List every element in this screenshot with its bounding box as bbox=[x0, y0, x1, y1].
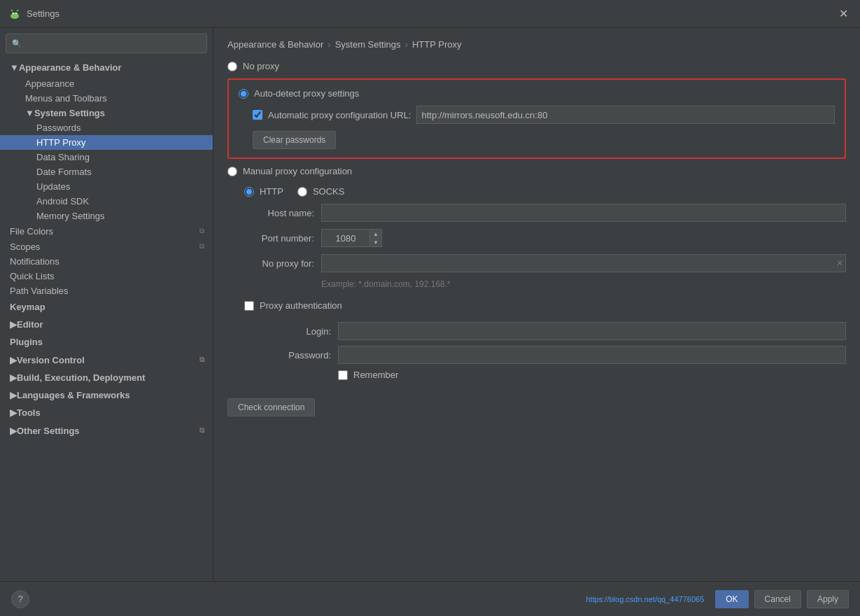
sidebar-item-label: Date Formats bbox=[36, 167, 92, 177]
sidebar-item-label: Scopes bbox=[10, 241, 40, 252]
sidebar-item-other-settings[interactable]: ▶ Other Settings ⧉ bbox=[0, 421, 213, 440]
no-proxy-radio[interactable] bbox=[227, 62, 237, 71]
sidebar-item-keymap[interactable]: Keymap bbox=[0, 298, 213, 316]
auto-proxy-url-checkbox[interactable] bbox=[253, 110, 262, 120]
sidebar-item-menus-toolbars[interactable]: Menus and Toolbars bbox=[0, 91, 213, 106]
ok-button[interactable]: OK bbox=[715, 590, 748, 608]
close-button[interactable]: ✕ bbox=[835, 6, 852, 22]
apply-button[interactable]: Apply bbox=[807, 590, 849, 608]
socks-label: SOCKS bbox=[313, 186, 345, 197]
manual-proxy-radio[interactable] bbox=[227, 167, 237, 176]
proxy-auth-row[interactable]: Proxy authentication bbox=[244, 300, 846, 311]
login-row: Login: bbox=[261, 322, 846, 340]
sidebar-item-appearance-behavior[interactable]: ▼ Appearance & Behavior bbox=[0, 59, 213, 76]
host-name-label: Host name: bbox=[244, 208, 314, 218]
sidebar-item-updates[interactable]: Updates bbox=[0, 179, 213, 194]
login-password-section: Login: Password: Remember bbox=[244, 322, 846, 380]
sidebar-item-label: Keymap bbox=[10, 302, 45, 312]
sidebar-item-notifications[interactable]: Notifications bbox=[0, 254, 213, 269]
clear-passwords-button[interactable]: Clear passwords bbox=[253, 131, 336, 149]
sidebar-item-label: System Settings bbox=[34, 108, 105, 118]
svg-line-4 bbox=[11, 10, 13, 11]
manual-section: HTTP SOCKS Host name: Port bbox=[227, 186, 846, 380]
auto-detect-radio[interactable] bbox=[239, 89, 248, 99]
sidebar-item-label: File Colors bbox=[10, 226, 53, 237]
remember-checkbox[interactable] bbox=[338, 370, 348, 380]
port-input[interactable] bbox=[321, 229, 370, 247]
sidebar-item-label: Notifications bbox=[10, 256, 59, 267]
auto-detect-label: Auto-detect proxy settings bbox=[254, 88, 359, 99]
cancel-button[interactable]: Cancel bbox=[754, 590, 801, 608]
auto-proxy-url-label: Automatic proxy configuration URL: bbox=[268, 110, 411, 120]
sidebar-item-label: Plugins bbox=[10, 337, 43, 347]
sidebar-item-editor[interactable]: ▶ Editor bbox=[0, 316, 213, 333]
no-proxy-clear-button[interactable]: ✕ bbox=[836, 258, 843, 268]
sidebar-item-memory-settings[interactable]: Memory Settings bbox=[0, 209, 213, 223]
example-text: Example: *.domain.com, 192.168.* bbox=[244, 279, 846, 289]
auto-detect-radio-row[interactable]: Auto-detect proxy settings bbox=[239, 88, 835, 99]
proxy-auth-label: Proxy authentication bbox=[260, 300, 342, 311]
sidebar-item-file-colors[interactable]: File Colors ⧉ bbox=[0, 223, 213, 239]
no-proxy-for-input[interactable] bbox=[321, 254, 846, 272]
sidebar-item-http-proxy[interactable]: HTTP Proxy bbox=[0, 135, 213, 150]
sidebar-item-passwords[interactable]: Passwords bbox=[0, 120, 213, 135]
socks-radio[interactable] bbox=[297, 187, 307, 197]
password-input[interactable] bbox=[338, 346, 846, 364]
sidebar-item-label: Memory Settings bbox=[36, 211, 105, 221]
sidebar-item-android-sdk[interactable]: Android SDK bbox=[0, 194, 213, 209]
http-radio[interactable] bbox=[244, 187, 254, 197]
http-radio-row[interactable]: HTTP bbox=[244, 186, 283, 197]
breadcrumb: Appearance & Behavior › System Settings … bbox=[227, 39, 846, 50]
auto-proxy-url-input[interactable] bbox=[416, 106, 835, 124]
sidebar-item-label: Data Sharing bbox=[36, 152, 90, 162]
sidebar-item-label: Tools bbox=[17, 407, 41, 418]
no-proxy-radio-row[interactable]: No proxy bbox=[227, 61, 846, 71]
sidebar-item-build-execution[interactable]: ▶ Build, Execution, Deployment bbox=[0, 369, 213, 386]
host-name-input[interactable] bbox=[321, 204, 846, 222]
host-name-row: Host name: bbox=[244, 204, 846, 222]
copy-icon: ⧉ bbox=[196, 425, 207, 436]
check-connection-button[interactable]: Check connection bbox=[227, 398, 315, 416]
expand-arrow: ▶ bbox=[10, 426, 17, 436]
window-title: Settings bbox=[27, 8, 835, 19]
proxy-auth-checkbox[interactable] bbox=[244, 301, 254, 311]
sidebar-item-version-control[interactable]: ▶ Version Control ⧉ bbox=[0, 351, 213, 369]
url-link[interactable]: https://blog.csdn.net/qq_44776065 bbox=[586, 595, 704, 603]
expand-arrow: ▶ bbox=[10, 319, 17, 330]
search-box[interactable]: 🔍 bbox=[6, 34, 207, 53]
copy-icon: ⧉ bbox=[196, 225, 207, 237]
expand-arrow: ▼ bbox=[10, 62, 19, 73]
sidebar-item-appearance[interactable]: Appearance bbox=[0, 76, 213, 91]
port-spin-up[interactable]: ▲ bbox=[370, 230, 381, 238]
sidebar-item-plugins[interactable]: Plugins bbox=[0, 333, 213, 351]
password-label: Password: bbox=[261, 350, 331, 360]
login-input[interactable] bbox=[338, 322, 846, 340]
sidebar-item-label: Path Variables bbox=[10, 286, 69, 296]
expand-arrow: ▼ bbox=[25, 108, 34, 118]
sidebar-item-system-settings[interactable]: ▼ System Settings bbox=[0, 106, 213, 120]
sidebar-item-label: HTTP Proxy bbox=[36, 137, 86, 148]
copy-icon: ⧉ bbox=[196, 241, 207, 252]
sidebar-item-label: Languages & Frameworks bbox=[17, 390, 130, 400]
help-button[interactable]: ? bbox=[11, 590, 29, 608]
manual-proxy-label: Manual proxy configuration bbox=[243, 166, 352, 176]
sidebar-item-path-variables[interactable]: Path Variables bbox=[0, 284, 213, 298]
port-spin-down[interactable]: ▼ bbox=[370, 238, 381, 246]
svg-line-5 bbox=[17, 10, 18, 11]
no-proxy-for-row: No proxy for: ✕ bbox=[244, 254, 846, 272]
sidebar-item-scopes[interactable]: Scopes ⧉ bbox=[0, 239, 213, 254]
socks-radio-row[interactable]: SOCKS bbox=[297, 186, 345, 197]
sidebar-item-label: Passwords bbox=[36, 122, 81, 133]
sidebar-item-tools[interactable]: ▶ Tools bbox=[0, 404, 213, 421]
sidebar-item-date-formats[interactable]: Date Formats bbox=[0, 164, 213, 179]
search-input[interactable] bbox=[24, 38, 201, 48]
expand-arrow: ▶ bbox=[10, 390, 17, 400]
http-label: HTTP bbox=[260, 186, 283, 197]
android-icon bbox=[8, 8, 21, 20]
sidebar-item-languages-frameworks[interactable]: ▶ Languages & Frameworks bbox=[0, 386, 213, 404]
sidebar-item-quick-lists[interactable]: Quick Lists bbox=[0, 269, 213, 284]
manual-proxy-radio-row[interactable]: Manual proxy configuration bbox=[227, 166, 846, 176]
sidebar-item-data-sharing[interactable]: Data Sharing bbox=[0, 150, 213, 164]
copy-icon: ⧉ bbox=[196, 354, 207, 365]
expand-arrow: ▶ bbox=[10, 372, 17, 383]
